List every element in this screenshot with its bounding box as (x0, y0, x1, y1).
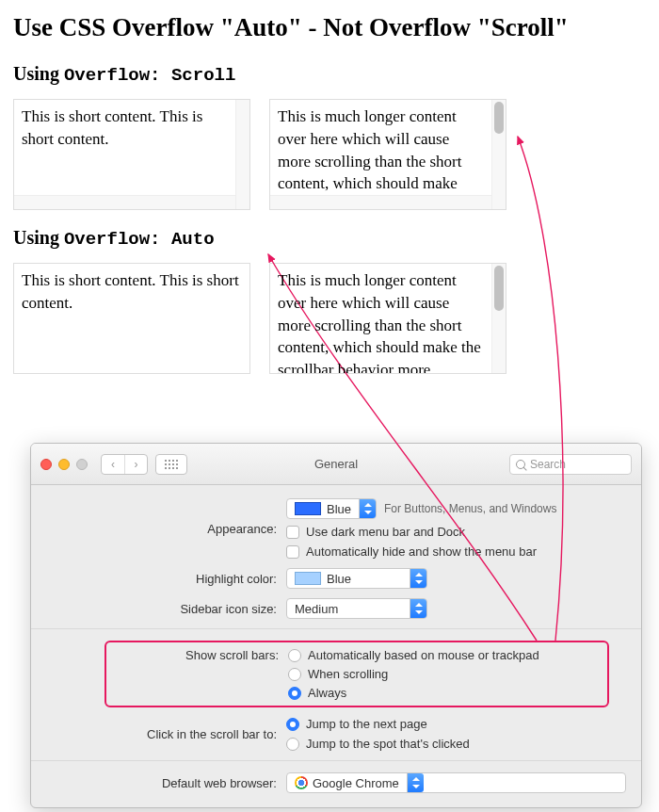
show-all-button[interactable] (155, 454, 187, 475)
demo-content: This is short content. This is short con… (22, 106, 242, 164)
search-icon (516, 460, 525, 469)
back-forward-buttons[interactable]: ‹ › (101, 454, 148, 475)
demo-content: This is much longer content over here wh… (278, 106, 498, 208)
grid-icon (165, 460, 178, 469)
forward-icon[interactable]: › (124, 455, 147, 474)
popup-arrow-icon (410, 599, 426, 618)
scrollbar-track-horizontal[interactable] (14, 195, 235, 209)
radio-label: Always (308, 686, 346, 700)
heading-prefix: Using (13, 63, 64, 84)
label-highlight: Highlight color: (46, 572, 277, 586)
prefs-body: Appearance: Blue For Buttons, Menus, and… (31, 485, 641, 793)
highlight-annotation-box: Show scroll bars: Automatically based on… (104, 641, 609, 707)
highlight-popup[interactable]: Blue (286, 568, 427, 589)
radio-click-spot[interactable]: Jump to the spot that's clicked (286, 737, 626, 751)
macos-general-prefs-window: ‹ › General Search Appearance: Blue For (30, 443, 642, 808)
window-traffic-lights (40, 459, 88, 470)
demo-box-auto-right: This is much longer content over here wh… (269, 263, 506, 374)
row-highlight: Highlight color: Blue (46, 568, 626, 589)
radio-label: Jump to the spot that's clicked (306, 737, 470, 751)
heading-code: Overflow: Scroll (64, 65, 235, 86)
demo-content: This is short content. This is short con… (22, 269, 242, 315)
default-browser-popup[interactable]: Google Chrome (286, 772, 626, 793)
radio-scrollbars-automatic[interactable]: Automatically based on mouse or trackpad (288, 648, 539, 662)
label-scrollbars: Show scroll bars: (114, 648, 279, 700)
maximize-icon[interactable] (76, 459, 88, 470)
popup-arrow-icon (359, 499, 376, 518)
radio-label: Jump to the next page (306, 717, 427, 731)
appearance-value: Blue (327, 502, 351, 516)
checkbox-label: Automatically hide and show the menu bar (306, 544, 537, 559)
radio-icon[interactable] (288, 649, 301, 662)
search-input[interactable]: Search (509, 454, 632, 475)
appearance-hint: For Buttons, Menus, and Windows (384, 502, 556, 515)
color-swatch-lightblue-icon (295, 572, 321, 585)
prefs-toolbar: ‹ › General Search (31, 444, 641, 485)
checkbox-icon[interactable] (286, 526, 299, 539)
section-heading-scroll: Using Overflow: Scroll (13, 63, 646, 86)
demo-row-auto: This is short content. This is short con… (13, 263, 646, 374)
page-title: Use CSS Overflow "Auto" - Not Overflow "… (13, 13, 646, 42)
radio-icon[interactable] (286, 738, 299, 751)
radio-scrollbars-when-scrolling[interactable]: When scrolling (288, 667, 539, 681)
radio-label: Automatically based on mouse or trackpad (308, 648, 539, 662)
radio-icon[interactable] (288, 687, 301, 700)
checkbox-icon[interactable] (286, 545, 299, 559)
popup-arrow-icon (407, 773, 424, 792)
label-sidebar-size: Sidebar icon size: (46, 602, 277, 616)
demo-box-auto-left: This is short content. This is short con… (13, 263, 250, 374)
row-sidebar-size: Sidebar icon size: Medium (46, 598, 626, 619)
radio-icon[interactable] (286, 718, 299, 731)
search-placeholder: Search (530, 458, 566, 471)
divider (31, 628, 641, 629)
popup-arrow-icon (410, 569, 426, 588)
label-appearance: Appearance: (46, 522, 277, 536)
label-click-scroll: Click in the scroll bar to: (46, 727, 277, 741)
close-icon[interactable] (40, 459, 52, 470)
default-browser-value: Google Chrome (313, 776, 399, 790)
demo-box-scroll-right: This is much longer content over here wh… (269, 99, 506, 210)
demo-box-scroll-left: This is short content. This is short con… (13, 99, 250, 210)
sidebar-size-popup[interactable]: Medium (286, 598, 427, 619)
divider (31, 760, 641, 761)
radio-label: When scrolling (308, 667, 388, 681)
sidebar-size-value: Medium (295, 602, 338, 616)
minimize-icon[interactable] (58, 459, 70, 470)
demo-row-scroll: This is short content. This is short con… (13, 99, 646, 210)
section-heading-auto: Using Overflow: Auto (13, 227, 646, 250)
row-default-browser: Default web browser: Google Chrome (46, 772, 626, 793)
radio-scrollbars-always[interactable]: Always (288, 686, 539, 700)
radio-icon[interactable] (288, 668, 301, 681)
heading-code: Overflow: Auto (64, 229, 215, 250)
demo-content: This is much longer content over here wh… (278, 269, 498, 374)
checkbox-dark-menu[interactable]: Use dark menu bar and Dock (286, 525, 626, 539)
label-default-browser: Default web browser: (46, 776, 277, 790)
color-swatch-blue-icon (295, 502, 321, 515)
checkbox-autohide-menu[interactable]: Automatically hide and show the menu bar (286, 544, 626, 559)
checkbox-label: Use dark menu bar and Dock (306, 525, 465, 539)
chrome-icon (295, 776, 308, 789)
row-appearance: Appearance: Blue For Buttons, Menus, and… (46, 498, 626, 559)
back-icon[interactable]: ‹ (102, 455, 124, 474)
radio-click-next-page[interactable]: Jump to the next page (286, 717, 626, 731)
row-click-scroll: Click in the scroll bar to: Jump to the … (46, 717, 626, 751)
appearance-popup[interactable]: Blue (286, 498, 377, 519)
highlight-value: Blue (327, 572, 351, 586)
heading-prefix: Using (13, 227, 64, 248)
